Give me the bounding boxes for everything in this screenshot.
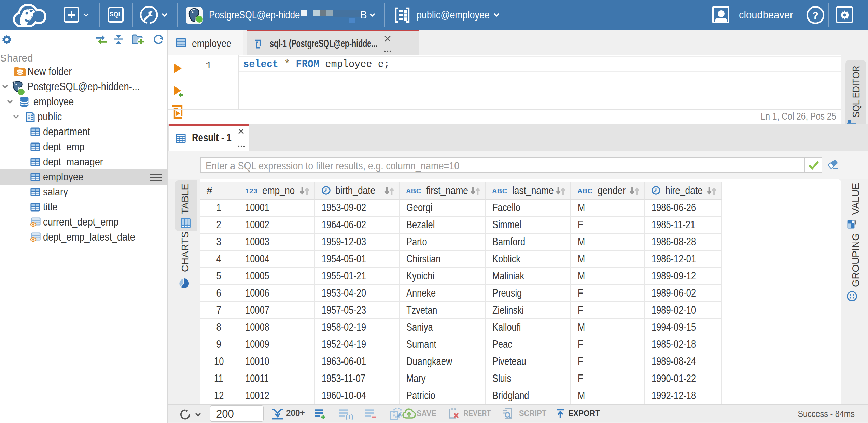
svg-text:?: ? (812, 10, 818, 21)
svg-text:(+): (+) (346, 413, 353, 419)
